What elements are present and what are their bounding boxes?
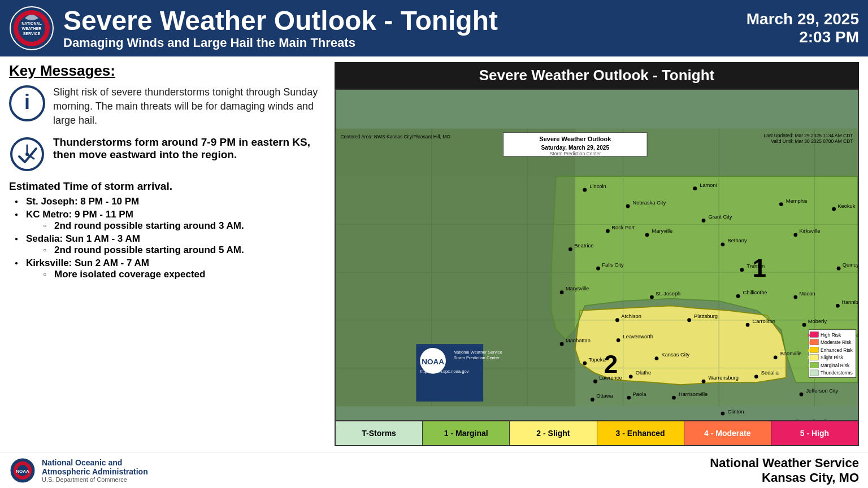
svg-text:SERVICE: SERVICE — [23, 32, 41, 36]
svg-text:Thunderstorms: Thunderstorms — [821, 370, 853, 376]
svg-text:Clinton: Clinton — [727, 409, 744, 415]
key-message-2-row: Thunderstorms form around 7-9 PM in east… — [9, 136, 326, 172]
svg-point-52 — [740, 268, 744, 272]
svg-point-74 — [560, 342, 564, 346]
footer-org-name2: Atmospheric Administration — [42, 467, 148, 476]
svg-point-46 — [721, 242, 725, 246]
svg-text:Marysville: Marysville — [566, 286, 589, 291]
clock-icon — [9, 136, 45, 172]
svg-text:Carrollton: Carrollton — [753, 319, 775, 324]
svg-point-100 — [672, 396, 676, 400]
sub-list: 2nd round possible starting around 3 AM. — [26, 220, 326, 232]
svg-text:Lamoni: Lamoni — [700, 182, 717, 188]
svg-text:Centered Area: NWS Kansas City: Centered Area: NWS Kansas City/Pleasant … — [340, 134, 450, 140]
header-title-block: Severe Weather Outlook - Tonight Damagin… — [63, 6, 747, 51]
list-item: Kirksville: Sun 2 AM - 7 AM More isolate… — [15, 258, 326, 280]
list-item: 2nd round possible starting around 5 AM. — [43, 245, 326, 256]
svg-point-38 — [606, 229, 610, 233]
svg-rect-132 — [810, 362, 818, 368]
sub-list: More isolated coverage expected — [26, 269, 326, 280]
svg-point-92 — [754, 374, 758, 378]
svg-text:Jefferson City: Jefferson City — [806, 388, 838, 394]
svg-text:Falls City: Falls City — [602, 262, 624, 268]
svg-text:Sedalia: Sedalia — [761, 370, 779, 376]
main-title: Severe Weather Outlook - Tonight — [63, 6, 747, 36]
risk-cell-slight: 2 - Slight — [510, 421, 597, 445]
svg-rect-134 — [810, 370, 818, 376]
svg-text:Last Updated: Mar 29 2025 1134: Last Updated: Mar 29 2025 1134 AM CDT — [763, 133, 853, 138]
svg-text:Memphis: Memphis — [786, 198, 808, 204]
svg-text:Grant City: Grant City — [709, 214, 732, 220]
svg-text:High Risk: High Risk — [821, 332, 841, 338]
svg-text:NOAA: NOAA — [422, 358, 444, 366]
footer-noaa-logo: NOAA — [9, 457, 36, 484]
svg-text:3: 3 — [808, 348, 810, 353]
svg-text:Slight Risk: Slight Risk — [821, 355, 844, 360]
svg-point-76 — [617, 338, 620, 342]
svg-text:Paola: Paola — [633, 391, 647, 397]
map-svg: 1 2 Lincoln Nebraska City Lamoni Memphis — [336, 90, 858, 445]
svg-point-88 — [629, 374, 633, 378]
svg-text:Keokuk: Keokuk — [837, 203, 855, 209]
list-item: Sedalia: Sun 1 AM - 3 AM 2nd round possi… — [15, 233, 326, 256]
svg-text:Lawrence: Lawrence — [599, 375, 622, 381]
svg-point-11 — [25, 152, 29, 156]
svg-point-62 — [793, 295, 797, 299]
svg-point-32 — [693, 186, 697, 190]
footer-right: National Weather Service Kansas City, MO — [710, 456, 859, 485]
key-message-1-row: i Slight risk of severe thunderstorms to… — [9, 85, 326, 128]
list-item: 2nd round possible starting around 3 AM. — [43, 220, 326, 232]
svg-text:Storm Prediction Center: Storm Prediction Center — [454, 355, 500, 360]
svg-point-86 — [593, 380, 597, 384]
svg-point-34 — [779, 202, 783, 206]
svg-text:National Weather Service: National Weather Service — [454, 350, 502, 355]
svg-text:Rock Port: Rock Port — [611, 225, 635, 230]
svg-point-84 — [774, 355, 778, 359]
svg-text:Storm Prediction Center: Storm Prediction Center — [550, 151, 601, 156]
svg-point-60 — [736, 294, 740, 298]
svg-point-40 — [645, 233, 649, 237]
svg-text:NOAA: NOAA — [16, 469, 29, 474]
list-item: More isolated coverage expected — [43, 269, 326, 280]
svg-text:Boonville: Boonville — [780, 351, 802, 356]
risk-cell-marginal: 1 - Marginal — [423, 421, 510, 445]
svg-point-82 — [655, 356, 659, 360]
svg-text:Valid Until: Mar 30 2025 0700 : Valid Until: Mar 30 2025 0700 AM CDT — [771, 138, 853, 144]
header-date: March 29, 2025 — [747, 10, 859, 28]
svg-text:Ottawa: Ottawa — [596, 393, 613, 399]
svg-text:Leavenworth: Leavenworth — [623, 334, 653, 339]
subtitle: Damaging Winds and Large Hail the Main T… — [63, 36, 747, 50]
list-item: St. Joseph: 8 PM - 10 PM — [15, 196, 326, 207]
map-container: 1 2 Lincoln Nebraska City Lamoni Memphis — [335, 89, 859, 446]
footer-nws-location: Kansas City, MO — [710, 470, 859, 485]
svg-text:Moberly: Moberly — [808, 319, 827, 324]
svg-text:Topeka: Topeka — [589, 357, 606, 363]
map-title: Severe Weather Outlook - Tonight — [335, 62, 859, 89]
risk-cell-moderate: 4 - Moderate — [684, 421, 771, 445]
svg-text:Manhattan: Manhattan — [566, 338, 591, 343]
footer-org-block: National Oceanic and Atmospheric Adminis… — [42, 458, 148, 483]
svg-point-42 — [702, 219, 706, 223]
svg-point-80 — [583, 361, 587, 365]
svg-point-54 — [837, 267, 841, 271]
key-message-2-text: Thunderstorms form around 7-9 PM in east… — [53, 136, 326, 161]
svg-text:Warrensburg: Warrensburg — [709, 375, 739, 381]
svg-rect-130 — [810, 355, 818, 360]
svg-text:i: i — [24, 90, 30, 114]
footer-dept: U.S. Department of Commerce — [42, 476, 148, 483]
svg-rect-124 — [810, 332, 818, 337]
svg-text:Nebraska City: Nebraska City — [633, 200, 666, 206]
svg-point-28 — [583, 188, 587, 192]
svg-text:Plattsburg: Plattsburg — [694, 313, 718, 319]
svg-text:Beatrice: Beatrice — [574, 243, 593, 249]
left-panel: Key Messages: i Slight risk of severe th… — [9, 62, 326, 446]
svg-text:Severe Weather Outlook: Severe Weather Outlook — [539, 136, 611, 142]
svg-text:Harrisonville: Harrisonville — [679, 391, 708, 397]
svg-text:https://www.spc.noaa.gov: https://www.spc.noaa.gov — [420, 369, 468, 374]
svg-text:Maryville: Maryville — [652, 228, 672, 234]
svg-point-36 — [832, 207, 836, 211]
svg-text:Saturday, March 29, 2025: Saturday, March 29, 2025 — [541, 145, 610, 151]
svg-text:Chillicothe: Chillicothe — [743, 290, 767, 295]
svg-point-70 — [746, 323, 750, 327]
svg-point-104 — [721, 412, 725, 416]
